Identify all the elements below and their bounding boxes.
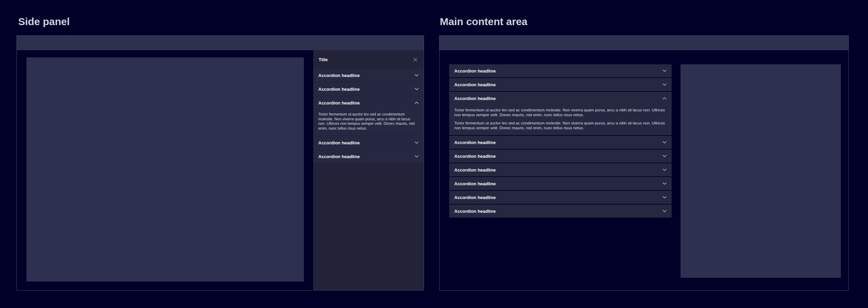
chevron-up-icon (415, 102, 419, 104)
accordion-header[interactable]: Accordion headline (313, 96, 424, 109)
accordion-headline: Accordion headline (454, 154, 496, 159)
close-icon (413, 58, 417, 62)
main-content-section-title: Main content area (440, 16, 527, 28)
chevron-down-icon (415, 88, 419, 90)
main-content-card: Accordion headline Accordion headline Ac… (439, 35, 849, 290)
chevron-down-icon (663, 84, 666, 86)
accordion-item[interactable]: Accordion headline (449, 136, 672, 149)
accordion-header[interactable]: Accordion headline (449, 78, 672, 91)
chevron-down-icon (663, 169, 666, 171)
chevron-down-icon (663, 210, 666, 212)
accordion-list: Accordion headline Accordion headline Ac… (449, 64, 672, 218)
accordion-headline: Accordion headline (318, 154, 360, 159)
accordion-body: Tortor fermentum ut auctor leo sed ac co… (449, 105, 672, 135)
panel-toolbar (17, 36, 424, 50)
accordion-item[interactable]: Accordion headline (449, 163, 672, 176)
accordion-headline: Accordion headline (454, 68, 496, 74)
accordion-item[interactable]: Accordion headline (449, 78, 672, 91)
accordion-item[interactable]: Accordion headline (449, 64, 672, 77)
chevron-down-icon (663, 70, 666, 72)
accordion-item[interactable]: Accordion headline (449, 191, 672, 204)
accordion-headline: Accordion headline (454, 96, 496, 101)
accordion-item[interactable]: Accordion headline (313, 82, 424, 96)
accordion-item[interactable]: Accordion headline (449, 150, 672, 163)
accordion-header[interactable]: Accordion headline (449, 177, 672, 190)
accordion-headline: Accordion headline (318, 100, 360, 106)
content-placeholder (26, 57, 304, 282)
accordion-item-expanded[interactable]: Accordion headline Tortor fermentum ut a… (449, 92, 672, 135)
accordion-header[interactable]: Accordion headline (449, 150, 672, 163)
accordion-headline: Accordion headline (318, 73, 360, 78)
accordion-item[interactable]: Accordion headline (313, 69, 424, 82)
accordion-header[interactable]: Accordion headline (449, 205, 672, 218)
side-drawer: Title Accordion headline Accordion headl… (313, 50, 424, 290)
close-button[interactable] (412, 56, 418, 63)
accordion-headline: Accordion headline (454, 181, 496, 186)
side-panel-section-title: Side panel (18, 16, 70, 28)
accordion-headline: Accordion headline (318, 87, 360, 92)
chevron-down-icon (415, 74, 419, 76)
accordion-item-expanded[interactable]: Accordion headline Tortor fermentum ut a… (313, 96, 424, 135)
accordion-item[interactable]: Accordion headline (313, 136, 424, 149)
chevron-down-icon (415, 155, 419, 157)
accordion-header[interactable]: Accordion headline (449, 136, 672, 149)
content-placeholder (681, 64, 841, 278)
side-panel-card: Title Accordion headline Accordion headl… (16, 35, 424, 290)
panel-toolbar (439, 36, 848, 50)
chevron-down-icon (415, 142, 419, 144)
accordion-header[interactable]: Accordion headline (313, 82, 424, 96)
accordion-headline: Accordion headline (454, 167, 496, 173)
accordion-header[interactable]: Accordion headline (449, 64, 672, 77)
chevron-down-icon (663, 141, 666, 143)
accordion-item[interactable]: Accordion headline (449, 205, 672, 218)
accordion-headline: Accordion headline (454, 195, 496, 200)
accordion-item[interactable]: Accordion headline (449, 177, 672, 190)
drawer-header: Title (313, 50, 424, 69)
chevron-down-icon (663, 183, 666, 185)
accordion-item[interactable]: Accordion headline (313, 150, 424, 163)
accordion-header[interactable]: Accordion headline (313, 136, 424, 149)
accordion-header[interactable]: Accordion headline (449, 92, 672, 105)
accordion-headline: Accordion headline (318, 140, 360, 145)
accordion-header[interactable]: Accordion headline (313, 150, 424, 163)
accordion-header[interactable]: Accordion headline (313, 69, 424, 82)
accordion-header[interactable]: Accordion headline (449, 163, 672, 176)
chevron-down-icon (663, 155, 666, 157)
accordion-body: Tortor fermentum ut auctor leo sed ac co… (313, 109, 424, 135)
accordion-headline: Accordion headline (454, 140, 496, 145)
accordion-body-paragraph: Tortor fermentum ut auctor leo sed ac co… (318, 112, 419, 131)
accordion-header[interactable]: Accordion headline (449, 191, 672, 204)
chevron-up-icon (663, 97, 666, 99)
drawer-title: Title (319, 57, 328, 62)
accordion-headline: Accordion headline (454, 209, 496, 214)
accordion-body-paragraph: Tortor fermentum ut auctor leo sed ac co… (454, 108, 666, 117)
accordion-body-paragraph: Tortor fermentum ut auctor leo sed ac co… (454, 121, 666, 130)
accordion-headline: Accordion headline (454, 82, 496, 87)
chevron-down-icon (663, 196, 666, 198)
